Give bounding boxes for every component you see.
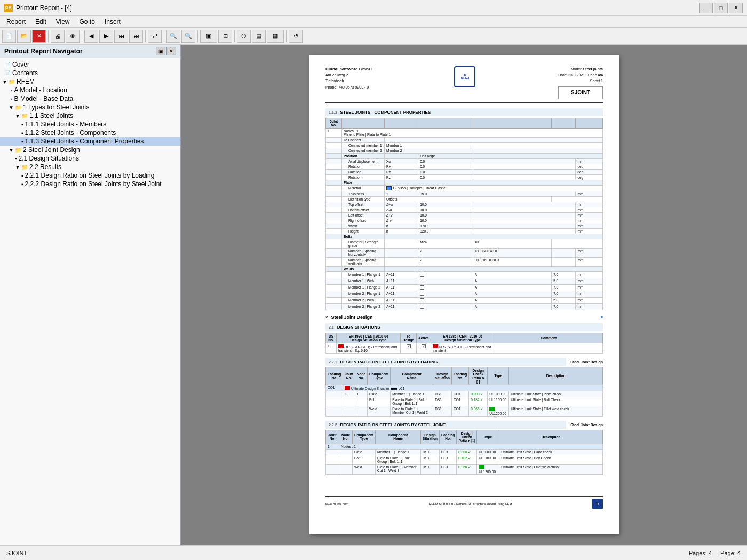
td-bolt: Bolt	[368, 397, 391, 406]
menu-view[interactable]: View	[52, 17, 74, 27]
td-comment	[495, 343, 602, 353]
panel-close-button[interactable]: ✕	[166, 47, 176, 55]
toolbar-refresh[interactable]: ↺	[289, 30, 303, 43]
tree-item-2-2-1[interactable]: ▪ 2.2.1 Design Ratio on Steel Joints by …	[0, 171, 180, 180]
tree-item-1-1-3[interactable]: ▪ 1.1.3 Steel Joints - Component Propert…	[0, 137, 180, 146]
component-properties-table: JointNo. 1 Nodes : 1Plate to Plate | Pla…	[325, 118, 603, 310]
td-plate-j: Plate	[353, 449, 376, 455]
toolbar-fit[interactable]: ▣	[200, 30, 217, 43]
footer-url: www.dlubal.com	[325, 502, 348, 506]
minimize-button[interactable]: —	[699, 3, 713, 13]
toolbar-export3[interactable]: ▦	[267, 30, 284, 43]
toolbar-export2[interactable]: ▤	[252, 30, 266, 43]
td-ds-no-1: 1	[326, 343, 337, 353]
td-ratio-2: 0.182 ✓	[469, 397, 488, 406]
row-rotation-rx: RotationRx0.0deg	[326, 169, 603, 174]
title-bar: PR Printout Report - [4] — □ ✕	[0, 0, 747, 16]
row-welds-header: Welds	[326, 266, 603, 271]
section-2-2-1-subtitle: Steel Joint Design	[570, 360, 603, 364]
td-m2-val: Member 2	[385, 148, 473, 153]
row-weld-3: Member 1 | Flange 2 A+11A7.0mm	[326, 284, 603, 291]
title-bar-left: PR Printout Report - [4]	[4, 4, 72, 12]
tree-item-2-design[interactable]: ▼ 📁 2 Steel Joint Design	[0, 146, 180, 154]
th-comp-type: ComponentType	[368, 367, 391, 385]
section-2-row: 2 Steel Joint Design ■	[325, 315, 603, 320]
td-joint-num: 1	[326, 128, 342, 137]
tree-item-cover[interactable]: 📄 Cover	[0, 60, 180, 69]
td-nodes: Nodes : 1Plate to Plate | Plate to Plate…	[342, 128, 603, 137]
tree-item-1-1-2[interactable]: ▪ 1.1.2 Steel Joints - Components	[0, 129, 180, 137]
status-green-2	[479, 465, 484, 469]
menu-insert[interactable]: Insert	[100, 17, 125, 27]
td-ul1-1: UL1000.00	[488, 391, 509, 397]
td-weld-j-name: Plate to Plate 1 | Member Cut 1 | Weld 3	[376, 464, 421, 474]
td-m2-empty	[473, 148, 602, 153]
toolbar-open[interactable]: 📂	[17, 30, 31, 43]
row-joint-1: 1 Nodes : 1Plate to Plate | Plate to Pla…	[326, 128, 603, 137]
toolbar-back[interactable]: ◀	[84, 30, 98, 43]
tree-item-1-1[interactable]: ▼ 📁 1.1 Steel Joints	[0, 111, 180, 120]
menu-edit[interactable]: Edit	[31, 17, 51, 27]
td-co1-3: CO1	[451, 406, 468, 416]
td-desc-j1: Ultimate Limit State | Plate check	[499, 449, 603, 455]
th-col5	[473, 118, 551, 128]
section-2-1-header: 2.1 DESIGN SITUATIONS	[325, 323, 603, 331]
maximize-button[interactable]: □	[714, 3, 728, 13]
tree-item-rfem[interactable]: ▼ 📁 RFEM	[0, 77, 180, 86]
panel-float-button[interactable]: ▣	[156, 47, 165, 55]
toolbar-forward[interactable]: ▶	[99, 30, 113, 43]
toolbar-print-preview[interactable]: 👁	[66, 30, 80, 43]
toolbar-full[interactable]: ⊡	[218, 30, 232, 43]
toolbar-save[interactable]: ✕	[32, 30, 46, 43]
th-design-sit2: DesignSituation	[421, 430, 440, 444]
tree-item-2-1[interactable]: ▪ 2.1 Design Situations	[0, 154, 180, 163]
tree-label-1-1: 1.1 Steel Joints	[29, 112, 73, 119]
status-red-2	[433, 344, 438, 348]
td-node-1: 1	[355, 391, 367, 397]
tree-item-1-types[interactable]: ▼ 📁 1 Types for Steel Joints	[0, 103, 180, 111]
tree-label-a-model: A Model - Location	[14, 86, 67, 94]
td-desc-j3: Ultimate Limit State | Fillet weld check	[499, 464, 603, 474]
tree-label-2-design: 2 Steel Joint Design	[23, 146, 80, 154]
th-loading-no: LoadingNo.	[326, 367, 343, 385]
menu-bar: Report Edit View Go to Insert	[0, 16, 747, 28]
close-button[interactable]: ✕	[729, 3, 743, 13]
tree-label-2-2: 2.2 Results	[29, 163, 61, 171]
page-icon-2-1: ▪	[15, 156, 17, 162]
toolbar-new[interactable]: 📄	[2, 30, 16, 43]
document-page: Dlubal Software GmbH Am Zellweg 2 Tiefen…	[309, 55, 619, 534]
tree-item-1-1-1[interactable]: ▪ 1.1.1 Steel Joints - Members	[0, 120, 180, 129]
toolbar-toggle[interactable]: ⇄	[148, 30, 162, 43]
tree-item-b-model[interactable]: ▪ B Model - Base Data	[0, 94, 180, 103]
row-weld-1: Member 1 | Flange 1 A+11A7.0mm	[326, 271, 603, 278]
td-ds-type1: ULS (STR/GEO) - Permanent and transient …	[337, 343, 401, 353]
row-member2: Connected member 2 Member 2	[326, 148, 603, 153]
tree-item-contents[interactable]: 📄 Contents	[0, 69, 180, 77]
td-co1-label: CO1	[326, 385, 343, 391]
th-joint-no2: JointNo.	[343, 367, 355, 385]
td-conn-label: To Connect	[342, 137, 385, 142]
td-ultimate-label: Ultimate Design Situation ■■■ LC1	[343, 385, 603, 391]
loading-row-1: 1 1 Plate Member 1 | Flange 1 DS1 CO1 0.…	[326, 391, 603, 397]
toolbar-last[interactable]: ⏭	[129, 30, 143, 43]
tree-label-1-1-3: 1.1.3 Steel Joints - Component Propertie…	[25, 138, 144, 145]
td-pos-empty	[326, 153, 342, 158]
menu-goto[interactable]: Go to	[75, 17, 99, 27]
toolbar-export1[interactable]: ⬡	[237, 30, 251, 43]
td-m1-label: Connected member 1	[342, 142, 385, 148]
section-2-2-1-title-row: 2.2.1 DESIGN RATIO ON STEEL JOINTS BY LO…	[325, 358, 603, 366]
section-2-2-2-num: 2.2.2	[329, 423, 337, 427]
tree-item-2-2[interactable]: ▼ 📁 2.2 Results	[0, 163, 180, 171]
toolbar-first[interactable]: ⏮	[114, 30, 128, 43]
section-2-2-2-header: 2.2.2 DESIGN RATIO ON STEEL JOINTS BY ST…	[325, 421, 566, 429]
th-joint-no3: JointNo.	[326, 430, 339, 444]
toolbar-print[interactable]: 🖨	[51, 30, 65, 43]
td-pos-halfangle: Half angle	[418, 153, 473, 158]
tree-item-a-model[interactable]: ▪ A Model - Location	[0, 86, 180, 94]
th-col3	[385, 118, 418, 128]
footer-software: RFEM 6.00.0000 - General 3D structure so…	[429, 502, 512, 506]
toolbar-zoom-in[interactable]: 🔍	[181, 30, 195, 43]
menu-report[interactable]: Report	[2, 17, 30, 27]
toolbar-zoom-out[interactable]: 🔍	[166, 30, 180, 43]
tree-item-2-2-2[interactable]: ▪ 2.2.2 Design Ratio on Steel Joints by …	[0, 180, 180, 188]
